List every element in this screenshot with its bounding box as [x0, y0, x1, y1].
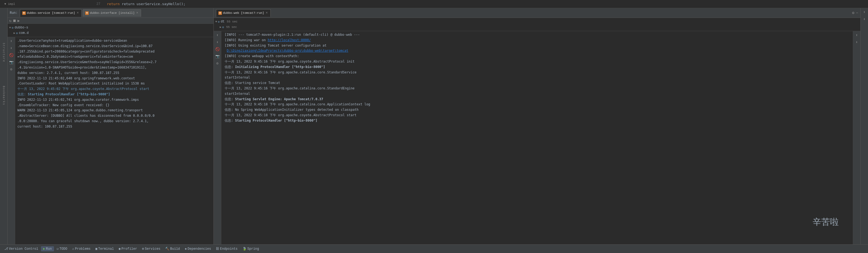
profiler-label: Profiler: [122, 247, 137, 251]
spring-icon: 🍃: [243, 247, 247, 251]
log-line-10: 十一月 13, 2022 9:45:02 下午 org.apache.coyot…: [18, 86, 211, 92]
left-sidebar: Structure Bookmarks: [0, 8, 8, 244]
tree-item-label-dubbo-s: dubbo-s: [14, 26, 28, 30]
log-line-16: .0.0:20880. You can graceful shutdown no…: [18, 119, 211, 124]
todo-icon: ☑: [57, 247, 59, 251]
deps-icon: ◈: [185, 247, 187, 251]
sidebar-icon-bookmarks[interactable]: Bookmarks: [1, 86, 7, 105]
tree-item-com-d[interactable]: ▶ ⚙ com.d: [8, 30, 214, 36]
status-profiler[interactable]: ◉ Profiler: [117, 246, 140, 251]
left-inner-icon4[interactable]: 📷: [8, 59, 14, 65]
log-line-12: INFO 2022-11-13 21:45:02,741 org.apache.…: [18, 97, 211, 103]
status-problems[interactable]: ⚠ Problems: [70, 246, 93, 251]
log-line-9: .ContextLoader: Root WebApplicationConte…: [18, 81, 211, 86]
right-tree-item-dt[interactable]: ▼ ⚙ dt 55 sec: [214, 19, 860, 24]
tab-dubbo-interface[interactable]: m dubbo-interface [install] ×: [83, 9, 141, 17]
minimize-icon[interactable]: −: [856, 11, 858, 15]
status-spring[interactable]: 🍃 Spring: [240, 246, 261, 251]
tab-dubbo-interface-label: dubbo-interface [install]: [90, 11, 134, 14]
status-endpoints[interactable]: ⛓ Endpoints: [214, 246, 240, 251]
status-run[interactable]: ▶ Run: [41, 246, 54, 251]
left-inner-sidebar: ⬆ ⬇ 🚫 📷 ⚙: [8, 37, 15, 244]
rlog-line-2: [INFO] Running war on http://localhost:8…: [225, 38, 849, 43]
run-icon: ▶: [43, 247, 45, 251]
left-inner-icon1[interactable]: ⬆: [8, 38, 14, 44]
right-tree-item-2[interactable]: ▶ ⚙ 55 sec: [214, 24, 860, 30]
dubbo-service-icon: m: [22, 11, 26, 15]
build-label: Build: [170, 247, 180, 251]
vc-icon: ⎇: [4, 247, 8, 251]
terminal-icon: ▣: [95, 247, 97, 251]
right-inner-icon3[interactable]: 🚫: [215, 46, 220, 52]
problems-icon: ⚠: [72, 247, 74, 251]
services-icon: ⚙: [142, 247, 144, 251]
tab-dubbo-web-label: dubbo-web [tomcat7:run]: [223, 11, 264, 14]
log-line-14: WARN 2022-11-13 21:45:05,124 org.apache.…: [18, 108, 211, 113]
tab-dubbo-web-close[interactable]: ×: [265, 11, 268, 15]
run-label-sb: Run: [46, 247, 52, 251]
rlog-line-5: [INFO] create webapp with contextPath:: [225, 53, 849, 59]
rout-icon1[interactable]: ⬆: [854, 32, 860, 38]
rlog-line-4[interactable]: D:\DingJiaxiong\IdeaProjects\dubbo-pro\d…: [225, 48, 849, 53]
run-label: Run:: [10, 11, 18, 15]
rlog-line-12: startInternal: [225, 91, 849, 97]
right-sidebar: ⬆ ⬇: [860, 8, 868, 244]
problems-label: Problems: [75, 247, 91, 251]
right-inner-icon4[interactable]: 📷: [215, 53, 220, 59]
left-toolbar-icon1[interactable]: ↻: [9, 19, 11, 23]
line-number: 27: [97, 2, 100, 6]
link-localhost[interactable]: http://localhost:8000/: [268, 38, 311, 42]
tab-dubbo-interface-close[interactable]: ×: [135, 11, 138, 15]
dubbo-interface-icon: m: [85, 11, 89, 15]
left-inner-icon3[interactable]: 🚫: [8, 52, 14, 58]
rlog-line-7: 信息: Initializing ProtocolHandler ["http-…: [225, 65, 849, 70]
status-dependencies[interactable]: ◈ Dependencies: [183, 246, 213, 251]
rlog-line-8: 十一月 13, 2022 9:45:16 下午 org.apache.catal…: [225, 70, 849, 75]
right-file-tree: ▼ ⚙ dt 55 sec ▶ ⚙ 55 sec: [214, 18, 860, 31]
log-line-5: .dingjiaxiong.service.UserService&method…: [18, 60, 211, 65]
services-label: Services: [145, 247, 161, 251]
right-inner-icon1[interactable]: ⬆: [215, 32, 220, 38]
status-version-control[interactable]: ⎇ Version Control: [2, 246, 40, 251]
left-toolbar-icon3[interactable]: ▶: [18, 19, 20, 23]
log-line-1: .UserService?anyhost=true&application=du…: [18, 38, 211, 44]
rlog-line-10: 信息: Starting service Tomcat: [225, 80, 849, 86]
right-inner-icon2[interactable]: ⬇: [215, 39, 220, 45]
rout-icon2[interactable]: ⬇: [854, 39, 860, 45]
log-line-11: 信息: Starting ProtocolHandler ["http-bio-…: [18, 92, 211, 97]
rlog-line-14: 十一月 13, 2022 9:45:18 下午 org.apache.catal…: [225, 102, 849, 107]
rlog-line-13: 信息: Starting Servlet Engine: Apache Tomc…: [225, 97, 849, 102]
tab-dubbo-web[interactable]: m dubbo-web [tomcat7:run] ×: [216, 9, 271, 17]
log-line-15: .AbstractServer: [DUBBO] All clients has…: [18, 113, 211, 119]
tab-dubbo-service[interactable]: m dubbo-service [tomcat7:run] ×: [20, 9, 82, 17]
log-line-13: .EnsembleTracker: New config event recei…: [18, 103, 211, 108]
left-inner-icon2[interactable]: ⬇: [8, 45, 14, 51]
settings-icon[interactable]: ⚙: [852, 10, 854, 15]
tree-item-dubbo-s[interactable]: ▼ ⚙ dubbo-s: [8, 25, 214, 30]
log-line-7: dubbo version: 2.7.4.1, current host: 10…: [18, 70, 211, 76]
vc-label: Version Control: [9, 247, 38, 251]
tree-item-label-com-d: com.d: [19, 31, 29, 35]
status-terminal[interactable]: ▣ Terminal: [93, 246, 116, 251]
status-todo[interactable]: ☑ TODO: [55, 246, 69, 251]
rs-icon1[interactable]: ⬆: [862, 9, 867, 15]
right-log-area: [INFO] --- tomcat7-maven-plugin:2.1:run …: [221, 31, 853, 244]
right-outer-sidebar: ⬆ ⬇: [853, 31, 860, 244]
status-build[interactable]: 🔨 Build: [163, 246, 182, 251]
code-line: return return userService.sayHello();: [107, 2, 186, 6]
log-line-17: current host: 100.87.187.255: [18, 124, 211, 130]
left-inner-icon5[interactable]: ⚙: [8, 66, 14, 72]
status-services[interactable]: ⚙ Services: [140, 246, 162, 251]
sidebar-icon-structure[interactable]: Structure: [1, 42, 7, 63]
left-file-tree: ▼ ⚙ dubbo-s ▶ ⚙ com.d: [8, 24, 214, 37]
left-toolbar-icon2[interactable]: ⏹: [12, 19, 16, 23]
build-icon: 🔨: [165, 247, 169, 251]
todo-label: TODO: [59, 247, 67, 251]
right-inner-icon5[interactable]: ⚙: [215, 61, 220, 66]
right-inner-sidebar: ⬆ ⬇ 🚫 📷 ⚙: [214, 31, 221, 244]
log-line-3: .187.255&bind.port=20880&category=config…: [18, 49, 211, 55]
log-line-4: =false&dubbo=2.0.2&dynamic=true&generic=…: [18, 54, 211, 60]
tab-dubbo-service-close[interactable]: ×: [76, 11, 79, 15]
log-line-8: INFO 2022-11-13 21:45:02,640 org.springf…: [18, 76, 211, 81]
rs-icon2[interactable]: ⬇: [862, 16, 867, 22]
